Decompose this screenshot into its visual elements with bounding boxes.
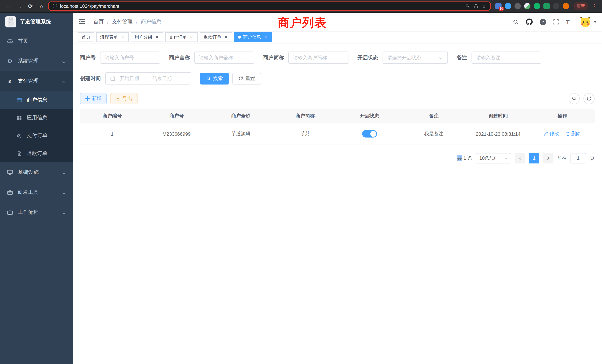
back-icon[interactable]: ← (4, 2, 13, 11)
tab-label: 商户信息 (243, 34, 261, 40)
ext-icon-1[interactable]: 10 (495, 3, 502, 9)
short-name-input[interactable] (288, 52, 348, 64)
merchant-no-input[interactable] (100, 52, 160, 64)
remark-input[interactable] (472, 52, 541, 64)
select-placeholder: 请选择开启状态 (387, 54, 421, 61)
page-info-icon[interactable]: ⓘ (53, 3, 57, 9)
ext-icon-6[interactable] (543, 3, 550, 9)
total-count: 共 1 条 (457, 155, 472, 161)
ext-icon-8[interactable] (563, 3, 569, 9)
merchant-table: 商户编号 商户号 商户全称 商户简称 开启状态 备注 创建时间 操作 1 (80, 109, 595, 145)
chevron-down-icon (62, 210, 66, 214)
password-key-icon[interactable] (465, 3, 471, 9)
tab-process-form[interactable]: 流程表单× (96, 32, 129, 42)
sidebar-item-app-info[interactable]: 应用信息 (0, 109, 73, 127)
tab-refund-orders[interactable]: 退款订单× (200, 32, 232, 42)
ext-icon-2[interactable] (505, 3, 511, 9)
filter-status: 开启状态 请选择开启状态 (357, 52, 448, 64)
briefcase-icon (7, 209, 13, 215)
url-text[interactable]: localhost:1024/pay/merchant (60, 3, 462, 9)
font-size-icon[interactable] (566, 19, 572, 25)
sidebar-item-home[interactable]: 首页 (0, 31, 73, 51)
home-icon[interactable]: ⌂ (37, 2, 46, 11)
refresh-icon (238, 76, 243, 81)
full-name-input[interactable] (194, 52, 254, 64)
next-page-button[interactable] (543, 153, 553, 163)
create-time-range-picker[interactable]: 开始日期 - 结束日期 (105, 72, 191, 85)
share-icon[interactable] (473, 3, 479, 9)
bookmark-star-icon[interactable]: ☆ (482, 3, 486, 9)
goto-page-input[interactable] (570, 153, 586, 163)
cell-merchant-id: 1 (80, 123, 144, 145)
fullscreen-icon[interactable] (553, 19, 559, 25)
ext-icon-7[interactable] (553, 3, 559, 9)
status-select[interactable]: 请选择开启状态 (383, 52, 448, 64)
sidebar-item-infrastructure[interactable]: 基础设施 (0, 162, 73, 182)
page-number-1[interactable]: 1 (529, 153, 539, 163)
breadcrumb: 首页 / 支付管理 / 商户信息 (93, 19, 162, 25)
search-icon[interactable] (513, 19, 519, 25)
close-icon[interactable]: × (189, 35, 194, 40)
browser-menu-icon[interactable]: ⋮ (591, 3, 598, 9)
forward-icon[interactable]: → (15, 2, 24, 11)
breadcrumb-home[interactable]: 首页 (93, 19, 104, 25)
end-date-placeholder[interactable]: 结束日期 (152, 75, 172, 82)
sidebar-item-workflow[interactable]: 工作流程 (0, 202, 73, 222)
ext-icon-3[interactable] (515, 3, 521, 9)
sidebar-item-merchant-info[interactable]: 商户信息 (0, 91, 73, 109)
trash-icon (566, 132, 570, 136)
filter-short-name: 商户简称 (263, 52, 348, 64)
breadcrumb-payment[interactable]: 支付管理 (112, 19, 133, 25)
close-icon[interactable]: × (120, 35, 125, 40)
search-button-label: 搜索 (213, 75, 223, 82)
download-icon (116, 96, 120, 101)
calendar-icon (110, 76, 115, 81)
tab-home[interactable]: 首页 (78, 32, 94, 42)
github-icon[interactable] (526, 19, 533, 25)
sidebar-item-label: 应用信息 (27, 115, 47, 121)
sidebar-item-payment[interactable]: ¥ 支付管理 (0, 71, 73, 91)
tab-label: 流程表单 (100, 34, 118, 40)
page-size-select[interactable]: 10条/页 (476, 153, 511, 163)
user-menu[interactable]: ▾ (579, 16, 596, 28)
refresh-table-button[interactable] (583, 93, 595, 104)
filter-label: 商户号 (80, 54, 96, 61)
export-button[interactable]: 导出 (110, 93, 138, 104)
reload-icon[interactable]: ⟳ (26, 2, 35, 11)
sidebar-item-dev-tools[interactable]: 研发工具 (0, 182, 73, 202)
tab-user-group[interactable]: 用户分组× (131, 32, 163, 42)
add-button[interactable]: 新增 (80, 93, 107, 104)
toggle-search-button[interactable] (569, 93, 580, 104)
browser-update-button[interactable]: 更新 (573, 2, 588, 10)
prev-page-button[interactable] (515, 153, 525, 163)
reset-button[interactable]: 重置 (232, 73, 261, 84)
url-bar[interactable]: ⓘ localhost:1024/pay/merchant ☆ (48, 1, 491, 11)
sidebar-item-label: 支付订单 (27, 132, 47, 139)
ext-icon-5[interactable] (534, 3, 540, 9)
close-icon[interactable]: × (263, 35, 268, 40)
start-date-placeholder[interactable]: 开始日期 (120, 75, 139, 82)
sidebar-item-label: 研发工具 (18, 189, 39, 196)
close-icon[interactable]: × (155, 35, 159, 40)
sidebar-item-system[interactable]: ⚙ 系统管理 (0, 51, 73, 71)
edit-link[interactable]: 修改 (544, 130, 559, 137)
sidebar-item-label: 支付管理 (18, 78, 39, 85)
tab-merchant-info[interactable]: 商户信息× (234, 32, 272, 42)
close-icon[interactable]: × (224, 35, 228, 40)
ext-icon-4[interactable] (524, 3, 530, 9)
search-button[interactable]: 搜索 (200, 73, 229, 84)
sidebar-item-pay-orders[interactable]: ◎ 支付订单 (0, 127, 73, 145)
table-header-row: 商户编号 商户号 商户全称 商户简称 开启状态 备注 创建时间 操作 (80, 109, 595, 123)
delete-link[interactable]: 删除 (566, 130, 581, 137)
tab-pay-orders[interactable]: 支付订单× (165, 32, 198, 42)
help-icon[interactable] (540, 19, 546, 25)
cell-status (337, 123, 402, 145)
sidebar-item-refund-orders[interactable]: 退款订单 (0, 145, 73, 162)
sidebar-logo[interactable]: 芋道管理系统 (0, 13, 73, 31)
hamburger-icon[interactable] (79, 19, 87, 25)
active-dot (238, 36, 241, 39)
tab-label: 支付订单 (169, 34, 187, 40)
filter-create-time: 创建时间 开始日期 - 结束日期 (80, 72, 191, 85)
status-toggle[interactable] (362, 130, 377, 138)
browser-toolbar: ← → ⟳ ⌂ ⓘ localhost:1024/pay/merchant ☆ … (0, 0, 602, 13)
